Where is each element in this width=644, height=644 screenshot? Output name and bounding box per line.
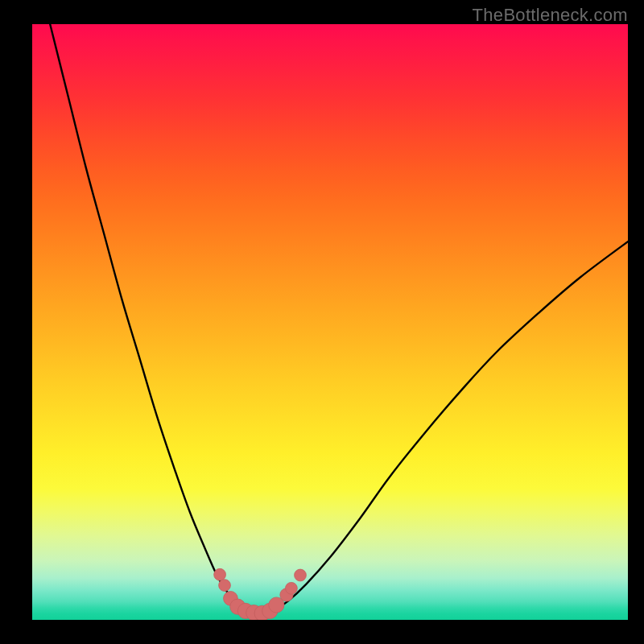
bottleneck-curve [50,24,628,613]
valley-marker [295,569,307,581]
valley-marker [214,568,226,580]
chart-frame: TheBottleneck.com [0,0,644,644]
watermark-text: TheBottleneck.com [473,5,628,26]
chart-svg [32,24,628,620]
marker-layer [214,568,307,620]
valley-marker [219,580,231,592]
valley-marker [286,582,298,594]
plot-area [32,24,628,620]
curve-layer [50,24,628,613]
